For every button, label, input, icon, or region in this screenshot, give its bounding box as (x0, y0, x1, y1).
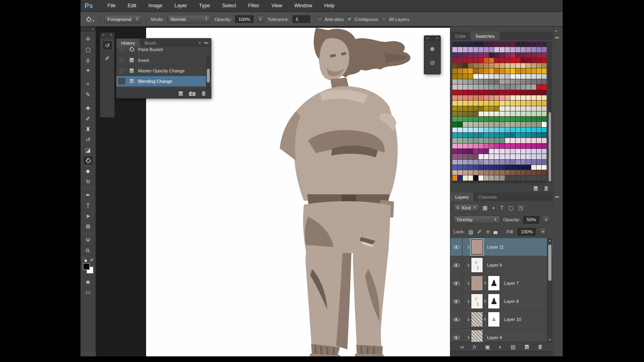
swatch[interactable] (542, 63, 547, 68)
eyedropper-tool[interactable]: ✎ (83, 89, 94, 99)
swatch[interactable] (479, 160, 483, 165)
swatch[interactable] (458, 90, 462, 95)
layer-thumbnail[interactable] (471, 276, 483, 291)
swatch[interactable] (458, 144, 462, 148)
swatch[interactable] (526, 106, 531, 111)
swatch[interactable] (537, 154, 541, 159)
layers-opacity-input[interactable]: 50% (523, 216, 539, 224)
swatch[interactable] (458, 53, 462, 58)
swatch[interactable] (521, 111, 526, 116)
swatch[interactable] (537, 53, 541, 58)
swatch[interactable] (500, 165, 504, 170)
swatch[interactable] (489, 79, 494, 84)
new-swatch-icon[interactable] (533, 186, 538, 191)
swatch[interactable] (516, 170, 520, 175)
swatch[interactable] (531, 133, 536, 138)
swatch[interactable] (521, 175, 526, 180)
swatch[interactable] (542, 111, 547, 116)
swatch[interactable] (494, 128, 499, 132)
swatch[interactable] (521, 165, 526, 170)
layers-panel-menu-icon[interactable]: ▾≡ (555, 195, 559, 199)
swatch[interactable] (537, 84, 541, 89)
swatch[interactable] (542, 42, 547, 47)
swatch[interactable] (479, 90, 483, 95)
swatch[interactable] (479, 154, 483, 159)
history-state[interactable]: Master Opacity Change (116, 66, 211, 76)
swatch[interactable] (510, 175, 515, 180)
swatch[interactable] (468, 122, 473, 127)
swatch[interactable] (479, 74, 483, 79)
swatch[interactable] (531, 58, 536, 63)
foreground-color-chip[interactable] (83, 263, 90, 270)
swatch[interactable] (468, 74, 473, 79)
swatch[interactable] (526, 160, 531, 165)
swatch[interactable] (463, 160, 468, 165)
swatch[interactable] (510, 68, 515, 73)
tab-color[interactable]: Color (450, 32, 471, 40)
swatch[interactable] (494, 63, 499, 68)
swatch[interactable] (494, 175, 499, 180)
swatch[interactable] (500, 175, 504, 180)
swatch[interactable] (479, 95, 483, 100)
history-state[interactable]: Invert (116, 55, 211, 66)
swatch[interactable] (510, 106, 515, 111)
swatch[interactable] (473, 101, 478, 105)
swatch[interactable] (542, 95, 547, 100)
swatch[interactable] (505, 149, 510, 154)
swatch[interactable] (479, 106, 483, 111)
tab-history[interactable]: History (116, 39, 140, 47)
swatch[interactable] (542, 58, 547, 63)
swatch[interactable] (500, 42, 504, 47)
opacity-input[interactable]: 100% (235, 15, 253, 23)
history-panel-icon[interactable]: ↺ (102, 40, 113, 51)
swatch[interactable] (494, 154, 499, 159)
swatch[interactable] (489, 133, 494, 138)
swatch[interactable] (537, 160, 541, 165)
filter-pixel-layers-icon[interactable]: ▦ (483, 205, 487, 210)
fill-source-select[interactable]: Foreground ⇕ (104, 15, 142, 23)
swatch[interactable] (542, 149, 547, 154)
swatch[interactable] (452, 117, 457, 121)
swatch[interactable] (500, 63, 504, 68)
swatch[interactable] (458, 42, 462, 47)
lock-paint-icon[interactable]: ✐ (477, 229, 482, 234)
swatch[interactable] (452, 90, 457, 95)
contiguous-checkbox[interactable]: ✓ (347, 16, 352, 22)
history-state[interactable]: Blending Change (116, 76, 211, 86)
swatch[interactable] (500, 101, 504, 105)
delete-state-icon[interactable] (201, 91, 206, 96)
swatch[interactable] (484, 170, 489, 175)
swatch[interactable] (484, 47, 489, 52)
menu-window[interactable]: Window (288, 3, 318, 8)
swatch[interactable] (500, 149, 504, 154)
swatch[interactable] (516, 160, 520, 165)
magic-wand-tool[interactable]: ✶ (83, 65, 94, 75)
default-colors-icon[interactable] (83, 257, 87, 262)
swatch[interactable] (473, 106, 478, 111)
swatch[interactable] (489, 90, 494, 95)
swatch[interactable] (489, 144, 494, 148)
layer-mask-thumbnail[interactable]: ♟ (488, 294, 500, 309)
swatch[interactable] (542, 106, 547, 111)
swatch[interactable] (510, 90, 515, 95)
swatch[interactable] (468, 63, 473, 68)
swatch[interactable] (463, 133, 468, 138)
swatch[interactable] (458, 133, 462, 138)
swatch[interactable] (510, 79, 515, 84)
screen-mode-button[interactable]: ▭ (83, 287, 94, 297)
swatch[interactable] (542, 165, 547, 170)
swatch[interactable] (463, 84, 468, 89)
filter-shape-layers-icon[interactable]: ▢ (508, 205, 513, 210)
swatch[interactable] (516, 90, 520, 95)
swatch[interactable] (468, 175, 473, 180)
swatch[interactable] (484, 42, 489, 47)
adjustments-panel-icon[interactable]: ☸ (427, 44, 438, 54)
swatch[interactable] (526, 84, 531, 89)
swatch[interactable] (542, 144, 547, 148)
swatch[interactable] (526, 133, 531, 138)
swatch[interactable] (500, 79, 504, 84)
swatch[interactable] (468, 154, 473, 159)
swatch[interactable] (526, 149, 531, 154)
swatch[interactable] (463, 95, 468, 100)
swatch[interactable] (484, 144, 489, 148)
